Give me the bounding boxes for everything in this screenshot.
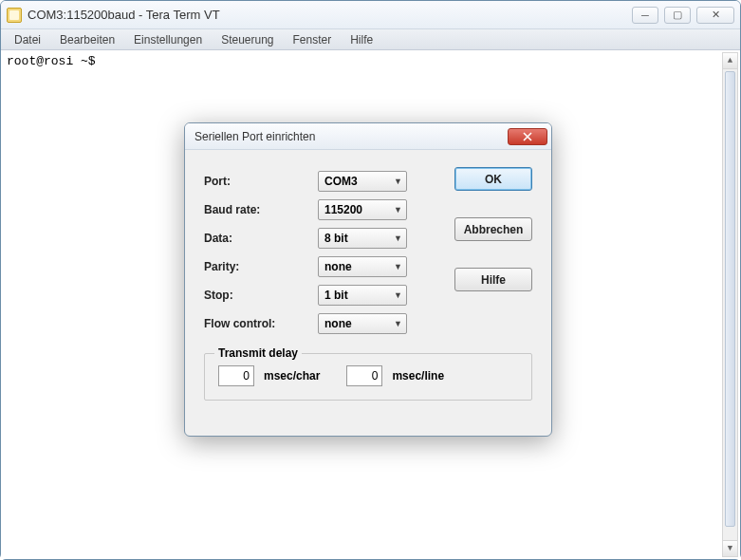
menubar: Datei Bearbeiten Einstellungen Steuerung… (1, 29, 740, 50)
app-icon (7, 8, 22, 23)
value-parity: none (324, 260, 394, 273)
serial-port-dialog: Seriellen Port einrichten Port: COM3 ▼ B… (184, 122, 552, 437)
main-window: COM3:115200baud - Tera Term VT ─ ▢ ✕ Dat… (0, 0, 741, 560)
combo-port[interactable]: COM3 ▼ (318, 171, 407, 192)
value-data: 8 bit (324, 232, 394, 245)
menu-bearbeiten[interactable]: Bearbeiten (50, 31, 124, 48)
help-button[interactable]: Hilfe (454, 268, 532, 291)
transmit-delay-group: Transmit delay msec/char msec/line (204, 353, 532, 401)
chevron-down-icon: ▼ (394, 319, 402, 328)
menu-steuerung[interactable]: Steuerung (212, 31, 283, 48)
combo-data[interactable]: 8 bit ▼ (318, 228, 407, 249)
chevron-down-icon: ▼ (394, 262, 402, 271)
close-icon (523, 132, 532, 141)
menu-hilfe[interactable]: Hilfe (341, 31, 382, 48)
maximize-button[interactable]: ▢ (664, 7, 691, 24)
dialog-title: Seriellen Port einrichten (195, 130, 508, 143)
titlebar: COM3:115200baud - Tera Term VT ─ ▢ ✕ (1, 1, 740, 29)
chevron-down-icon: ▼ (394, 177, 402, 186)
msec-line-input[interactable] (346, 365, 382, 386)
msec-char-unit: msec/char (264, 369, 320, 383)
dialog-close-button[interactable] (508, 128, 547, 145)
label-flow: Flow control: (204, 317, 318, 330)
combo-parity[interactable]: none ▼ (318, 256, 407, 277)
combo-stop[interactable]: 1 bit ▼ (318, 285, 407, 306)
transmit-legend: Transmit delay (214, 346, 302, 360)
combo-flow[interactable]: none ▼ (318, 313, 407, 334)
chevron-down-icon: ▼ (394, 233, 402, 243)
value-port: COM3 (324, 175, 394, 188)
cancel-button[interactable]: Abbrechen (454, 217, 532, 241)
combo-baud[interactable]: 115200 ▼ (318, 199, 407, 220)
menu-datei[interactable]: Datei (5, 31, 50, 48)
close-button[interactable]: ✕ (696, 7, 734, 24)
window-buttons: ─ ▢ ✕ (632, 7, 734, 24)
label-stop: Stop: (204, 289, 318, 302)
scrollbar-thumb[interactable] (725, 71, 735, 527)
transmit-row: msec/char msec/line (218, 365, 518, 386)
row-flow: Flow control: none ▼ (204, 309, 532, 338)
label-parity: Parity: (204, 260, 318, 273)
ok-button[interactable]: OK (454, 167, 532, 191)
label-baud: Baud rate: (204, 203, 318, 216)
label-data: Data: (204, 232, 318, 245)
minimize-button[interactable]: ─ (632, 7, 658, 24)
terminal-prompt: root@rosi ~$ (7, 54, 96, 68)
chevron-down-icon: ▼ (394, 290, 402, 300)
scroll-up-icon[interactable]: ▲ (723, 53, 737, 69)
menu-einstellungen[interactable]: Einstellungen (124, 31, 212, 48)
value-flow: none (324, 317, 394, 330)
window-title: COM3:115200baud - Tera Term VT (28, 8, 632, 22)
dialog-button-column: OK Abbrechen Hilfe (454, 167, 532, 291)
dialog-titlebar: Seriellen Port einrichten (185, 123, 551, 150)
msec-line-unit: msec/line (392, 369, 444, 383)
menu-fenster[interactable]: Fenster (284, 31, 342, 48)
msec-char-input[interactable] (218, 365, 254, 386)
value-baud: 115200 (324, 203, 394, 216)
chevron-down-icon: ▼ (394, 205, 402, 215)
vertical-scrollbar[interactable]: ▲ ▼ (722, 52, 738, 557)
value-stop: 1 bit (324, 289, 394, 302)
dialog-body: Port: COM3 ▼ Baud rate: 115200 ▼ Data: (185, 150, 551, 436)
scroll-down-icon[interactable]: ▼ (723, 540, 737, 556)
label-port: Port: (204, 175, 318, 188)
